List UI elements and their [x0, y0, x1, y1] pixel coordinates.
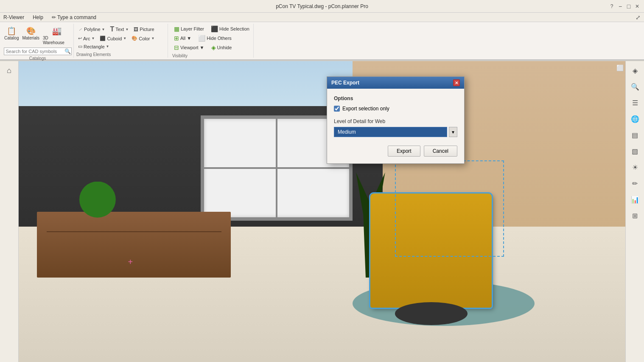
cad-symbol-search-row[interactable]: 🔍 [4, 48, 72, 55]
right-pen-button[interactable]: ✏ [627, 176, 643, 191]
catalog-button[interactable]: 📋 Catalog [3, 25, 20, 46]
hide-selection-button[interactable]: ⬛ Hide Selection [209, 25, 251, 33]
viewport-button[interactable]: ⊟ Viewport ▼ [172, 43, 206, 52]
dialog-titlebar: PEC Export ✕ [327, 77, 464, 89]
materials-icon: 🎨 [26, 26, 36, 36]
level-of-detail-label: Level of Detail for Web [334, 118, 457, 124]
right-3d-view-button[interactable]: ◈ [627, 63, 643, 78]
right-sidebar: ◈ 🔍 ☰ 🌐 ▤ ▧ ☀ ✏ 📊 ⊞ [625, 61, 644, 362]
all-icon: ⊞ [174, 35, 179, 42]
warehouse-icon: 🏭 [52, 26, 62, 36]
right-chart-button[interactable]: 📊 [627, 192, 643, 207]
catalog-icon: 📋 [7, 26, 16, 36]
catalogs-label: Catalogs [29, 55, 46, 61]
title-bar: pCon TV Typical.dwg - pCon.planner Pro ?… [0, 0, 644, 13]
menu-help[interactable]: Help [31, 14, 45, 20]
unhide-icon: ◈ [211, 44, 216, 51]
minimize-button[interactable]: − [617, 3, 624, 10]
maximize-button[interactable]: □ [625, 3, 632, 10]
layer-filter-button[interactable]: ▦ Layer Filter [172, 25, 206, 33]
cuboid-button[interactable]: ⬛ Cuboid ▼ [98, 35, 128, 42]
draw-row-2: ↩ Arc ▼ ⬛ Cuboid ▼ 🎨 Color ▼ [76, 35, 166, 42]
right-globe-button[interactable]: 🌐 [627, 111, 643, 126]
polyline-icon: ⟋ [78, 27, 83, 32]
left-home-button[interactable]: ⌂ [2, 63, 17, 78]
export-selection-checkbox[interactable] [334, 106, 340, 112]
rectangle-icon: ▭ [78, 44, 82, 49]
drawing-elements-section: ⟋ Polyline ▼ T Text ▼ 🖼 Picture ↩ Arc [75, 24, 168, 58]
viewport-arrow: ▼ [200, 45, 204, 50]
sideboard-furniture [37, 212, 231, 278]
menu-r-viewer[interactable]: R-Viewer [2, 14, 26, 20]
right-search-button[interactable]: 🔍 [627, 79, 643, 94]
vis-row-3: ⊟ Viewport ▼ ◈ Unhide [172, 43, 250, 52]
menu-type-command[interactable]: ✏ Type a command [50, 14, 98, 20]
search-icon: 🔍 [64, 48, 72, 54]
polyline-arrow: ▼ [102, 28, 105, 31]
rectangle-arrow: ▼ [106, 45, 109, 48]
export-selection-row: Export selection only [334, 106, 457, 112]
draw-row-1: ⟋ Polyline ▼ T Text ▼ 🖼 Picture [76, 25, 166, 34]
catalog-top-buttons: 📋 Catalog 🎨 Materials 🏭 3D Warehouse [3, 25, 72, 46]
right-sun-button[interactable]: ☀ [627, 160, 643, 175]
cad-symbol-search-input[interactable] [4, 48, 64, 55]
color-icon: 🎨 [132, 36, 137, 41]
right-grid-button[interactable]: ⊞ [627, 208, 643, 223]
polyline-button[interactable]: ⟋ Polyline ▼ [76, 25, 106, 34]
visibility-label: Visibility [172, 53, 250, 58]
crosshair [128, 257, 136, 266]
pec-export-dialog: PEC Export ✕ Options Export selection on… [327, 76, 465, 164]
dialog-action-buttons: Export Cancel [334, 146, 457, 157]
cuboid-icon: ⬛ [100, 36, 106, 41]
vis-row-1: ▦ Layer Filter ⬛ Hide Selection [172, 25, 250, 33]
level-of-detail-select-arrow[interactable]: ▼ [449, 127, 457, 137]
text-arrow: ▼ [125, 28, 129, 31]
viewport-corner-icon[interactable]: ⬜ [616, 65, 624, 71]
hide-others-button[interactable]: ⬜ Hide Others [196, 34, 233, 42]
cancel-button[interactable]: Cancel [424, 146, 457, 157]
window-controls: ? − □ ✕ [608, 0, 641, 12]
hide-selection-icon: ⬛ [211, 25, 218, 32]
right-layers-button[interactable]: ▤ [627, 127, 643, 143]
ribbon-content: 📋 Catalog 🎨 Materials 🏭 3D Warehouse 🔍 C… [0, 22, 644, 59]
dialog-close-button[interactable]: ✕ [453, 79, 460, 86]
right-list-button[interactable]: ☰ [627, 95, 643, 110]
window-title: pCon TV Typical.dwg - pCon.planner Pro [276, 3, 368, 9]
layer-filter-icon: ▦ [174, 25, 179, 32]
viewport[interactable]: ⊕ ⬜ [19, 61, 625, 362]
arc-arrow: ▼ [92, 36, 95, 40]
right-render-button[interactable]: ▧ [627, 143, 643, 159]
scene: ⊕ ⬜ [19, 61, 625, 362]
right-expand-icon: ⤢ [634, 14, 642, 21]
menu-bar: R-Viewer Help ✏ Type a command ⤢ [0, 13, 644, 22]
materials-button[interactable]: 🎨 Materials [21, 25, 40, 46]
all-button[interactable]: ⊞ All ▼ [172, 34, 193, 42]
text-icon: T [110, 25, 114, 33]
cuboid-arrow: ▼ [123, 36, 126, 40]
rectangle-button[interactable]: ▭ Rectangle ▼ [76, 43, 111, 50]
plant-decoration [79, 182, 116, 218]
draw-row-3: ▭ Rectangle ▼ [76, 43, 166, 50]
export-selection-label: Export selection only [342, 106, 389, 112]
catalog-section: 📋 Catalog 🎨 Materials 🏭 3D Warehouse 🔍 C… [2, 24, 74, 58]
picture-button[interactable]: 🖼 Picture [132, 25, 156, 34]
left-sidebar: ⌂ [0, 61, 19, 362]
color-arrow: ▼ [151, 36, 155, 40]
export-button[interactable]: Export [388, 146, 420, 157]
color-button[interactable]: 🎨 Color ▼ [130, 35, 156, 42]
level-of-detail-row: Medium ▼ [334, 127, 457, 137]
level-of-detail-select-display[interactable]: Medium [334, 127, 447, 137]
close-button[interactable]: ✕ [634, 3, 641, 10]
hide-others-icon: ⬜ [198, 35, 205, 42]
arc-button[interactable]: ↩ Arc ▼ [76, 35, 96, 42]
vis-row-2: ⊞ All ▼ ⬜ Hide Others [172, 34, 250, 42]
help-button[interactable]: ? [608, 3, 615, 10]
dialog-body: Options Export selection only Level of D… [327, 89, 464, 163]
unhide-button[interactable]: ◈ Unhide [210, 43, 234, 52]
yellow-chair [370, 194, 492, 308]
text-button[interactable]: T Text ▼ [108, 25, 130, 34]
3d-warehouse-button[interactable]: 🏭 3D Warehouse [42, 25, 72, 46]
all-arrow: ▼ [187, 36, 191, 41]
dialog-title: PEC Export [331, 80, 359, 86]
ribbon: 📋 Catalog 🎨 Materials 🏭 3D Warehouse 🔍 C… [0, 22, 644, 60]
